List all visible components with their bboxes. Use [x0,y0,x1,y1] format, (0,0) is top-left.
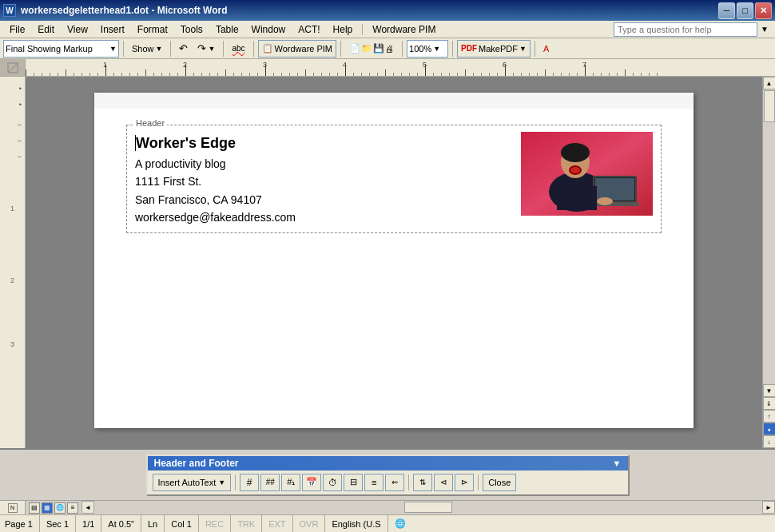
time-icon: ⏱ [328,478,337,487]
window-title: workersedgeletterhead1.dot - Microsoft W… [21,5,718,16]
doc-icon: 📄 [349,43,360,54]
undo-icon: ↶ [179,42,188,54]
next-header-icon: ⊳ [461,478,467,486]
scroll-thumb[interactable] [764,90,775,122]
blog-tagline: A productivity blog [135,155,296,173]
header-footer-title-bar[interactable]: Header and Footer ▼ [148,456,628,470]
status-lang: English (U.S [325,515,388,532]
horizontal-scroll-track[interactable]: ◄ ► [81,501,775,514]
hf-icon-btn-3[interactable]: #₁ [281,474,300,491]
svg-rect-9 [595,178,634,200]
scroll-up-button[interactable]: ▲ [763,77,776,89]
svg-line-1 [8,63,18,73]
same-prev-icon: ⇐ [391,478,398,486]
menu-format[interactable]: Format [131,22,174,37]
ruler-corner-icon [6,62,19,74]
toolbar-icons-btn[interactable]: 📄 📁 💾 🖨 [345,40,398,58]
h-scroll-track[interactable] [94,501,762,514]
status-sec: Sec 1 [40,515,76,532]
hf-icon-btn-5[interactable]: ⏱ [323,474,342,491]
address-line2: San Francisco, CA 94107 [135,191,296,208]
status-trk: TRK [231,515,262,532]
horizontal-scrollbar-area: N ▤ ▦ 🌐 ≡ ◄ ► [0,500,775,514]
menu-tools[interactable]: Tools [174,22,209,37]
left-page-marker-1: 1 [0,204,25,212]
status-page-of: 1/1 [76,515,101,532]
header-content: Worker's Edge A productivity blog 1111 F… [135,132,653,226]
scroll-down-button[interactable]: ▼ [763,384,776,397]
help-search-input[interactable] [614,22,757,37]
hf-icon-btn-9[interactable]: ⇅ [413,474,432,491]
status-ln: Ln [141,515,165,532]
maximize-button[interactable]: □ [737,2,753,19]
hf-icon-btn-2[interactable]: ## [260,474,280,491]
h-scroll-thumb[interactable] [404,502,452,513]
spell-check-button[interactable]: abc [228,40,248,58]
menu-wordware[interactable]: Wordware PIM [366,22,442,37]
normal-view-btn[interactable]: N [8,503,18,513]
scroll-track[interactable] [763,89,776,384]
style-dropdown[interactable]: Final Showing Markup ▼ [3,40,119,58]
acrobat-button[interactable]: A [539,40,553,58]
title-bar: W workersedgeletterhead1.dot - Microsoft… [0,0,775,21]
wordware-pim-button[interactable]: 📋 MakePDF Wordware PIM [258,40,337,58]
hf-icon-btn-11[interactable]: ⊳ [455,474,474,491]
left-page-marker-3: 3 [0,340,25,348]
print-layout-button[interactable]: ▦ [42,502,53,514]
menu-help[interactable]: Help [327,22,360,37]
scroll-prev-button[interactable]: ↑ [763,410,776,423]
svg-point-11 [597,197,613,205]
show-button[interactable]: Show ▼ [128,40,166,58]
wordware-pim-icon: 📋 [262,43,273,54]
hf-icon-btn-6[interactable]: ⊟ [344,474,363,491]
scroll-end-button[interactable]: ⇓ [763,397,776,410]
insert-autotext-button[interactable]: Insert AutoText ▼ [153,474,232,491]
ruler-left-margin [0,59,26,76]
hf-icon-btn-10[interactable]: ⊲ [434,474,453,491]
menu-table[interactable]: Table [209,22,245,37]
scroll-right-button[interactable]: ► [762,501,775,514]
left-page-marker-2: 2 [0,276,25,284]
hf-icon-btn-4[interactable]: 📅 [302,474,321,491]
menu-view[interactable]: View [61,22,94,37]
status-col: Col 1 [165,515,199,532]
left-marker-1: • [0,85,25,93]
status-ovr: OVR [293,515,326,532]
web-layout-button[interactable]: 🌐 [54,502,66,514]
undo-button[interactable]: ↶ [175,40,192,58]
save-icon: 💾 [373,43,384,54]
hf-icon-btn-1[interactable]: # [240,474,259,491]
language-icon: 🌐 [395,518,406,529]
scroll-next-button[interactable]: ↓ [763,435,776,448]
zoom-dropdown[interactable]: 100% ▼ [407,40,448,58]
header-footer-collapse-icon[interactable]: ▼ [613,459,622,468]
hf-icon-btn-8[interactable]: ⇐ [385,474,404,491]
scroll-select-button[interactable]: ● [763,423,776,435]
menu-window[interactable]: Window [245,22,292,37]
show-doc-icon: ≡ [372,478,376,487]
minimize-button[interactable]: ─ [718,2,735,19]
hf-icon-btn-7[interactable]: ≡ [364,474,384,491]
makepdf-button[interactable]: PDF MakePDF ▼ [457,40,531,58]
left-margin: • • − − − 1 2 3 [0,77,26,448]
document-page: Header Worker's Edge A productivity blog… [94,93,694,428]
header-area[interactable]: Header Worker's Edge A productivity blog… [126,125,662,233]
outline-view-button[interactable]: ≡ [67,502,78,514]
status-bar: Page 1 Sec 1 1/1 At 0.5" Ln Col 1 REC TR… [0,514,775,532]
svg-point-6 [561,143,590,162]
help-search-icon: ▼ [761,25,769,34]
menu-file[interactable]: File [3,22,31,37]
menu-edit[interactable]: Edit [31,22,61,37]
body-text-area[interactable] [126,241,662,401]
menu-insert[interactable]: Insert [94,22,131,37]
normal-view-button[interactable]: ▤ [29,502,40,514]
close-button[interactable]: ✕ [755,2,772,19]
menu-act[interactable]: ACT! [292,22,326,37]
scroll-left-button[interactable]: ◄ [81,501,94,514]
redo-button[interactable]: ↷ ▼ [193,40,219,58]
prev-header-icon: ⊲ [440,478,447,486]
document-area[interactable]: Header Worker's Edge A productivity blog… [26,77,762,448]
hf-close-button[interactable]: Close [483,474,516,491]
redo-icon: ↷ [197,42,206,54]
vertical-scrollbar[interactable]: ▲ ▼ ⇓ ↑ ● ↓ [762,77,775,448]
